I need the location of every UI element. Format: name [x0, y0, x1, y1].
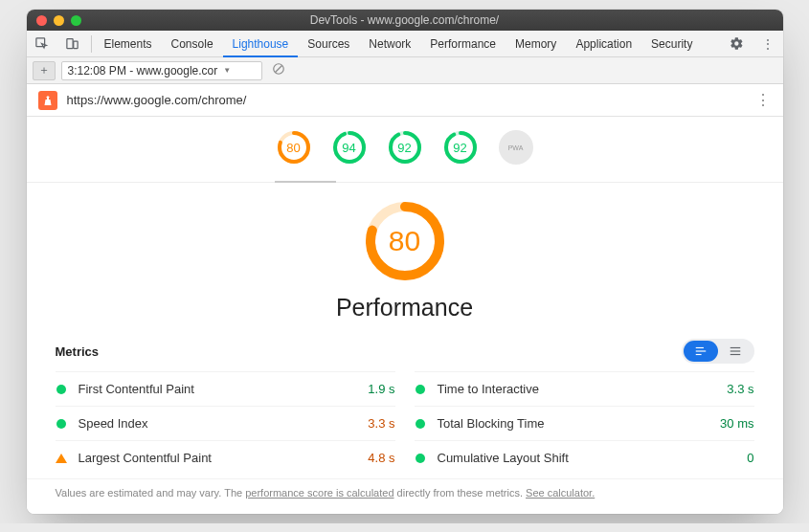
- metric-value: 0: [747, 451, 753, 465]
- tab-memory[interactable]: Memory: [506, 31, 566, 57]
- metric-name: Time to Interactive: [438, 382, 728, 396]
- chevron-down-icon: ▼: [223, 66, 231, 75]
- report-menu-icon[interactable]: ⋮: [755, 91, 772, 109]
- window-title: DevTools - www.google.com/chrome/: [27, 13, 783, 27]
- metric-value: 4.8 s: [368, 451, 394, 465]
- footnote: Values are estimated and may vary. The p…: [27, 478, 783, 514]
- pass-circle-icon: [416, 454, 425, 463]
- metric-value: 1.9 s: [368, 382, 394, 396]
- category-gauge-pwa[interactable]: PWA: [499, 130, 533, 165]
- metrics-header: Metrics: [27, 329, 783, 371]
- divider: [91, 35, 92, 53]
- tab-console[interactable]: Console: [162, 31, 223, 57]
- metric-row: Largest Contentful Paint4.8 s: [56, 440, 395, 475]
- see-calculator-link[interactable]: See calculator.: [526, 487, 595, 499]
- metric-value: 3.3 s: [727, 382, 753, 396]
- view-compact-button[interactable]: [718, 341, 753, 362]
- metric-row: Cumulative Layout Shift0: [415, 440, 754, 475]
- metrics-grid: First Contentful Paint1.9 sTime to Inter…: [27, 371, 783, 478]
- url-bar: https://www.google.com/chrome/ ⋮: [27, 84, 783, 117]
- device-toolbar-icon[interactable]: [57, 36, 88, 51]
- inspect-element-icon[interactable]: [27, 36, 57, 51]
- devtools-window: DevTools - www.google.com/chrome/ Elemen…: [27, 10, 783, 514]
- svg-rect-19: [730, 354, 740, 355]
- category-gauge-2[interactable]: 92: [388, 130, 422, 165]
- metric-name: Total Blocking Time: [438, 416, 721, 431]
- tab-performance[interactable]: Performance: [420, 31, 506, 57]
- category-gauges: 80949292PWA: [27, 117, 783, 183]
- metric-name: Speed Index: [79, 416, 369, 431]
- metric-name: Cumulative Layout Shift: [438, 451, 748, 465]
- performance-score-value: 80: [364, 200, 446, 282]
- category-gauge-0[interactable]: 80: [277, 130, 311, 165]
- metric-row: Speed Index3.3 s: [56, 406, 395, 440]
- svg-rect-15: [695, 350, 706, 351]
- footnote-text: Values are estimated and may vary. The: [56, 487, 246, 499]
- view-expanded-button[interactable]: [684, 341, 718, 362]
- metric-value: 30 ms: [720, 416, 753, 431]
- tab-elements[interactable]: Elements: [95, 31, 162, 57]
- footnote-text-2: directly from these metrics.: [394, 487, 527, 499]
- metric-row: First Contentful Paint1.9 s: [56, 371, 395, 406]
- pass-circle-icon: [416, 385, 425, 394]
- category-title: Performance: [27, 294, 783, 321]
- tab-security[interactable]: Security: [641, 31, 702, 57]
- svg-rect-18: [730, 350, 740, 351]
- svg-rect-17: [730, 347, 740, 348]
- active-category-indicator: [275, 181, 336, 183]
- metric-value: 3.3 s: [368, 416, 394, 431]
- tab-application[interactable]: Application: [566, 31, 641, 57]
- page-url: https://www.google.com/chrome/: [67, 93, 755, 107]
- warning-triangle-icon: [56, 454, 67, 463]
- pass-circle-icon: [56, 419, 66, 429]
- lighthouse-toolbar: ＋ 3:12:08 PM - www.google.cor ▼: [27, 57, 783, 84]
- tab-sources[interactable]: Sources: [298, 31, 359, 57]
- category-gauge-3[interactable]: 92: [443, 130, 478, 165]
- new-report-button[interactable]: ＋: [33, 61, 56, 80]
- tab-lighthouse[interactable]: Lighthouse: [223, 31, 299, 57]
- titlebar: DevTools - www.google.com/chrome/: [27, 10, 783, 31]
- pass-circle-icon: [416, 419, 425, 429]
- svg-rect-14: [695, 347, 703, 348]
- tab-network[interactable]: Network: [359, 31, 420, 57]
- svg-rect-16: [695, 354, 701, 355]
- lighthouse-icon: [38, 91, 57, 110]
- pass-circle-icon: [56, 385, 66, 394]
- metrics-view-toggle[interactable]: [682, 339, 754, 364]
- svg-rect-1: [67, 39, 73, 49]
- performance-score-gauge: 80: [364, 200, 446, 282]
- category-gauge-1[interactable]: 94: [332, 130, 367, 165]
- hero-gauge-area: 80 Performance: [27, 183, 783, 329]
- kebab-menu-icon[interactable]: ⋮: [753, 37, 783, 51]
- report-selector[interactable]: 3:12:08 PM - www.google.cor ▼: [61, 61, 262, 80]
- svg-rect-0: [36, 38, 45, 47]
- calc-link[interactable]: performance score is calculated: [245, 487, 393, 499]
- metric-row: Total Blocking Time30 ms: [415, 406, 754, 440]
- report-selector-label: 3:12:08 PM - www.google.cor: [68, 64, 218, 78]
- svg-rect-2: [74, 41, 78, 49]
- settings-gear-icon[interactable]: [722, 36, 753, 51]
- clear-icon[interactable]: [272, 62, 285, 78]
- metrics-heading: Metrics: [56, 344, 682, 359]
- metric-name: Largest Contentful Paint: [79, 451, 369, 465]
- panel-tabs: ElementsConsoleLighthouseSourcesNetworkP…: [27, 31, 783, 57]
- metric-row: Time to Interactive3.3 s: [415, 371, 754, 406]
- metric-name: First Contentful Paint: [79, 382, 369, 396]
